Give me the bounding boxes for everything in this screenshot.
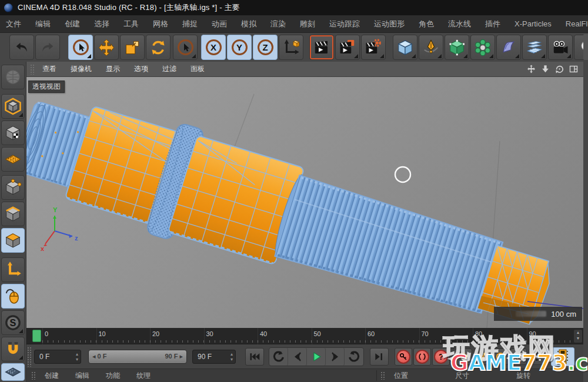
points-mode-button[interactable] xyxy=(1,175,25,200)
edges-mode-button[interactable] xyxy=(1,202,25,226)
deformer-button[interactable] xyxy=(496,35,521,60)
vp-menu-camera[interactable]: 摄像机 xyxy=(64,64,99,74)
play-button[interactable] xyxy=(307,348,326,366)
polygons-mode-button[interactable] xyxy=(1,228,25,253)
enable-axis-button[interactable] xyxy=(1,257,25,282)
subdivision-surface-button[interactable] xyxy=(445,35,469,60)
menu-mesh[interactable]: 网格 xyxy=(146,19,175,29)
record-pla-toggle[interactable] xyxy=(529,349,545,365)
menu-realflow[interactable]: RealFlow xyxy=(559,19,588,28)
next-frame-button[interactable] xyxy=(326,348,345,366)
materials-menu-texture[interactable]: 纹理 xyxy=(128,371,159,381)
menu-file[interactable]: 文件 xyxy=(0,19,28,29)
spline-pen-button[interactable] xyxy=(419,35,443,60)
timeline-spinner[interactable]: ▴▾ xyxy=(574,330,582,343)
menu-xparticles[interactable]: X-Particles xyxy=(507,19,559,28)
lock-z-axis-button[interactable]: Z xyxy=(253,35,278,60)
goto-end-button[interactable] xyxy=(370,348,389,366)
spinner-icon[interactable]: ▴▾ xyxy=(72,351,78,362)
materials-menu-edit[interactable]: 编辑 xyxy=(67,371,98,381)
record-scale-toggle[interactable] xyxy=(474,349,490,365)
previous-key-button[interactable] xyxy=(269,348,288,366)
menu-create[interactable]: 创建 xyxy=(58,19,87,29)
menu-pipeline[interactable]: 流水线 xyxy=(441,19,478,29)
record-position-toggle[interactable] xyxy=(456,349,472,365)
cloner-array-button[interactable] xyxy=(470,35,495,60)
add-cube-button[interactable] xyxy=(393,35,417,60)
zoom-view-icon[interactable] xyxy=(539,63,552,75)
materials-menu-function[interactable]: 功能 xyxy=(98,371,128,381)
redo-button[interactable] xyxy=(35,35,60,60)
timeline-playhead[interactable] xyxy=(32,330,41,342)
vp-menu-view[interactable]: 查看 xyxy=(35,64,64,74)
vp-menu-filter[interactable]: 过滤 xyxy=(155,64,183,74)
menu-tools[interactable]: 工具 xyxy=(116,19,146,29)
autokey-button[interactable] xyxy=(413,348,431,366)
record-keyframe-button[interactable] xyxy=(395,348,412,366)
record-rotation-toggle[interactable] xyxy=(492,349,509,365)
coords-grip[interactable] xyxy=(380,371,386,380)
workplane-mode-button[interactable] xyxy=(1,147,25,172)
viewport-grip[interactable] xyxy=(30,64,35,75)
coords-menu-rotation[interactable]: 旋转 xyxy=(477,371,539,381)
move-tool-button[interactable] xyxy=(94,35,119,60)
live-selection-button[interactable] xyxy=(68,35,93,60)
toggle-view-layout-icon[interactable] xyxy=(567,63,580,75)
rotate-tool-button[interactable] xyxy=(146,35,171,60)
coords-menu-position[interactable]: 位置 xyxy=(386,371,416,381)
transport-grip[interactable] xyxy=(27,347,32,367)
enable-snap-button[interactable] xyxy=(1,337,25,361)
menu-character[interactable]: 角色 xyxy=(412,19,441,29)
selection-flyout-button[interactable] xyxy=(173,35,198,60)
menu-motion-tracker[interactable]: 运动跟踪 xyxy=(322,19,367,29)
scale-tool-button[interactable] xyxy=(120,35,145,60)
menu-plugins[interactable]: 插件 xyxy=(478,19,507,29)
timeline-tick-label: 90 xyxy=(529,330,536,337)
workplane-snap-button[interactable] xyxy=(1,363,25,381)
texture-mode-button[interactable] xyxy=(1,120,25,145)
goto-start-button[interactable] xyxy=(245,348,264,366)
materials-grip[interactable] xyxy=(31,371,36,380)
rotate-view-icon[interactable] xyxy=(553,63,566,75)
menu-snap[interactable]: 捕捉 xyxy=(175,19,205,29)
floor-button[interactable] xyxy=(522,35,547,60)
toolbar-overflow-sliver[interactable] xyxy=(583,34,588,60)
vp-menu-options[interactable]: 选项 xyxy=(127,64,155,74)
coords-menu-size[interactable]: 尺寸 xyxy=(416,371,477,381)
menu-select[interactable]: 选择 xyxy=(87,19,116,29)
spinner-icon[interactable]: ▴▾ xyxy=(227,351,233,362)
timeline-window-button[interactable] xyxy=(551,347,574,366)
timeline-ruler[interactable]: ▴▾ 0102030405060708090 xyxy=(26,328,583,344)
camera-button[interactable] xyxy=(548,35,573,60)
previous-frame-button[interactable] xyxy=(288,348,307,366)
lock-y-axis-button[interactable]: Y xyxy=(227,35,252,60)
pan-view-icon[interactable] xyxy=(525,63,537,75)
make-editable-button[interactable] xyxy=(1,65,25,89)
menu-simulate[interactable]: 模拟 xyxy=(234,19,263,29)
vp-menu-display[interactable]: 显示 xyxy=(99,64,127,74)
materials-menu-create[interactable]: 创建 xyxy=(36,371,67,381)
render-settings-button[interactable] xyxy=(361,35,386,60)
render-view-button[interactable] xyxy=(309,35,334,60)
viewport-solo-button[interactable]: S xyxy=(1,310,25,335)
end-frame-field[interactable]: 90 F▴▾ xyxy=(192,350,236,364)
menu-render[interactable]: 渲染 xyxy=(263,19,293,29)
menu-sculpt[interactable]: 雕刻 xyxy=(293,19,322,29)
current-frame-field[interactable]: 0 F▴▾ xyxy=(34,350,81,364)
vp-menu-panel[interactable]: 面板 xyxy=(183,64,212,74)
title-bar: CINEMA 4D R18.048 Studio (RC - R18) - [主… xyxy=(0,0,588,15)
menu-animate[interactable]: 动画 xyxy=(205,19,234,29)
undo-button[interactable] xyxy=(9,35,34,60)
next-key-button[interactable] xyxy=(345,348,363,366)
tweak-mode-button[interactable] xyxy=(1,284,25,309)
record-parameter-toggle[interactable]: P xyxy=(510,349,527,365)
lock-x-axis-button[interactable]: X xyxy=(201,35,226,60)
coordinate-system-button[interactable] xyxy=(279,35,303,60)
frame-range-slider[interactable]: ◂ 0 F 90 F ▸ xyxy=(88,350,187,364)
menu-mograph[interactable]: 运动图形 xyxy=(367,19,412,29)
viewport-canvas[interactable]: x Y z 透视视图 100 cm xyxy=(26,77,583,328)
model-mode-button[interactable] xyxy=(1,94,25,119)
render-to-picture-viewer-button[interactable] xyxy=(335,35,360,60)
menu-edit[interactable]: 编辑 xyxy=(28,19,58,29)
keyframe-selection-button[interactable]: ? xyxy=(432,348,450,366)
